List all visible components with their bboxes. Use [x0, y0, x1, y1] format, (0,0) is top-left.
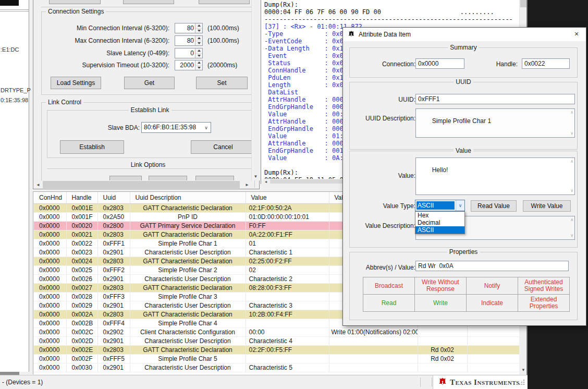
table-cell: 0x0027: [66, 283, 97, 292]
table-cell: 08:28:00:F3:FF: [246, 283, 329, 292]
establish-button[interactable]: Establish: [60, 140, 124, 154]
table-cell: [418, 336, 467, 345]
get-button[interactable]: Get: [124, 77, 175, 89]
table-row[interactable]: 0x00000x002C0x2902Client Characteristic …: [34, 327, 519, 336]
column-header[interactable]: Value: [246, 192, 329, 203]
table-row[interactable]: 0x00000x002E0x2803GATT Characteristic De…: [34, 345, 519, 354]
chevron-up-icon[interactable]: ∧: [570, 160, 573, 164]
scroll-right-icon[interactable]: ►: [243, 180, 251, 189]
abbrev-value-label: Abbrev(s) / Value:: [354, 264, 415, 271]
max-conn-interval-spinner[interactable]: 80: [175, 35, 203, 46]
spin-down-button[interactable]: [195, 66, 202, 70]
min-conn-interval-label: Min Connection Interval (6-3200):: [51, 25, 169, 32]
load-settings-button[interactable]: Load Settings: [51, 77, 101, 89]
resize-grip[interactable]: [523, 380, 524, 381]
spin-up-button[interactable]: [195, 48, 202, 54]
column-header[interactable]: Uuid Description: [130, 192, 246, 203]
table-cell: 0x0000: [34, 212, 66, 221]
slave-latency-value[interactable]: 0: [175, 48, 195, 58]
table-cell: [246, 319, 329, 327]
value-type-option[interactable]: Decimal: [415, 219, 464, 226]
log-line: Dump(Rx):: [264, 1, 513, 8]
handle-field[interactable]: 0x0022: [522, 58, 570, 69]
table-cell: [467, 345, 519, 354]
chevron-down-icon[interactable]: ∨: [570, 189, 573, 193]
table-cell: 0x002E: [66, 345, 97, 354]
vscroll-thumb[interactable]: [520, 0, 526, 7]
table-row[interactable]: 0x00000x00300x2901Characteristic User De…: [34, 363, 519, 372]
slave-latency-spinner[interactable]: 0: [175, 48, 203, 58]
spin-down-button[interactable]: [195, 54, 202, 58]
chevron-down-icon[interactable]: ∨: [456, 200, 464, 211]
column-header[interactable]: Handle: [66, 192, 97, 203]
properties-title: Properties: [447, 248, 480, 256]
spin-up-button[interactable]: [195, 60, 202, 66]
table-cell: PnP ID: [130, 212, 246, 221]
supervision-timeout-value[interactable]: 2000: [175, 60, 195, 70]
spin-up-button[interactable]: [195, 36, 202, 41]
table-cell: 0xFFF1: [97, 239, 130, 248]
max-conn-interval-value[interactable]: 80: [175, 36, 195, 45]
chevron-down-icon[interactable]: ∨: [570, 234, 573, 238]
cancel-button[interactable]: Cancel: [191, 140, 255, 154]
read-value-button[interactable]: Read Value: [471, 200, 517, 212]
value-type-combobox[interactable]: ASCII ∨: [415, 200, 465, 211]
spin-down-button[interactable]: [195, 29, 202, 33]
set-button[interactable]: Set: [196, 77, 248, 89]
triangle-up-icon: [198, 62, 201, 64]
chevron-up-icon[interactable]: ∧: [570, 111, 573, 115]
column-header[interactable]: ConHnd: [34, 192, 66, 203]
column-header[interactable]: Uuid: [97, 192, 130, 203]
scroll-down-icon[interactable]: ▼: [252, 172, 260, 180]
connection-label: Connection:: [359, 60, 415, 68]
value-text: Hello!: [432, 166, 448, 174]
chevron-down-icon[interactable]: ∨: [570, 131, 573, 136]
value-type-option[interactable]: ASCII: [415, 226, 464, 234]
table-row[interactable]: 0x00000x002D0x2901Characteristic User De…: [34, 336, 519, 345]
table-cell: 02:1F:00:50:2A: [246, 203, 329, 212]
abbrev-value-field[interactable]: Rd Wr 0x0A: [415, 261, 569, 271]
settings-vscrollbar[interactable]: ▼: [251, 0, 260, 180]
table-cell: 0x0000: [34, 345, 66, 354]
table-cell: [329, 336, 418, 345]
scroll-left-icon[interactable]: ◄: [263, 179, 269, 184]
establish-link-title: Establish Link: [128, 106, 171, 114]
table-cell: 0xFFF2: [97, 265, 130, 274]
hscroll-thumb[interactable]: [43, 181, 240, 188]
slave-bda-combobox[interactable]: 80:6F:B0:1E:35:98 ∨: [141, 122, 211, 133]
value-field[interactable]: Hello! ∧ ∨: [415, 157, 575, 195]
clipped-button[interactable]: [49, 0, 101, 4]
chevron-down-icon[interactable]: ∨: [202, 123, 211, 132]
settings-hscrollbar[interactable]: ◄ ►: [34, 180, 251, 189]
spin-down-button[interactable]: [195, 41, 202, 46]
clipped-button[interactable]: [123, 0, 174, 4]
chevron-up-icon[interactable]: ∧: [570, 218, 573, 222]
min-conn-interval-spinner[interactable]: 80: [175, 23, 203, 33]
min-conn-interval-value[interactable]: 80: [175, 23, 195, 33]
spin-up-button[interactable]: [195, 23, 202, 29]
table-row[interactable]: 0x00000x002F0xFFF5Simple Profile Char 5R…: [34, 354, 519, 363]
table-cell: Characteristic 5: [246, 363, 329, 372]
table-cell: 0x2902: [97, 327, 130, 336]
connection-field[interactable]: 0x0000: [415, 58, 464, 69]
uuid-field[interactable]: 0xFFF1: [415, 94, 575, 104]
clipped-button[interactable]: [199, 0, 250, 4]
dialog-titlebar[interactable]: Attribute Data Item ×: [343, 28, 586, 41]
table-cell: [467, 354, 519, 363]
table-cell: 0x2803: [97, 203, 130, 212]
value-type-option[interactable]: Hex: [415, 212, 464, 219]
property-indicate: Indicate: [467, 295, 518, 311]
uuid-description-label: UUID Description:: [354, 115, 415, 122]
scroll-left-icon[interactable]: ◄: [34, 180, 42, 189]
attribute-data-item-dialog: Attribute Data Item × Summary Connection…: [342, 27, 586, 326]
table-cell: Rd 0x02: [418, 345, 467, 354]
close-icon[interactable]: ×: [569, 29, 584, 39]
table-cell: 0xFFF4: [97, 319, 130, 327]
table-cell: Characteristic User Description: [130, 248, 246, 257]
value-title: Value: [454, 147, 473, 154]
supervision-timeout-spinner[interactable]: 2000: [175, 60, 203, 70]
write-value-button[interactable]: Write Value: [523, 200, 571, 212]
summary-group: Summary Connection: 0x0000 Handle: 0x002…: [349, 47, 578, 78]
uuid-description-field[interactable]: Simple Profile Char 1 ∧ ∨: [415, 108, 575, 138]
supervision-timeout-ms: (20000ms): [207, 62, 237, 69]
